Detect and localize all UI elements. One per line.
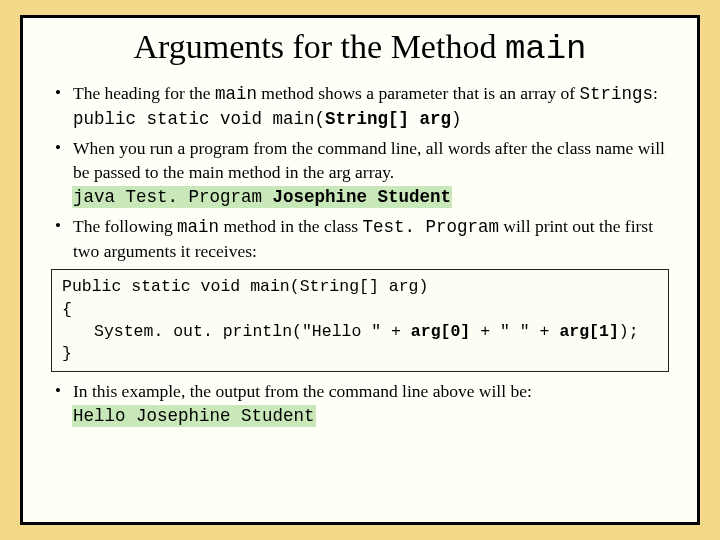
b2-text: When you run a program from the command … <box>73 138 665 182</box>
code-line-4: } <box>62 344 72 363</box>
bullet-list: The heading for the main method shows a … <box>51 82 669 263</box>
code-line-2: { <box>62 300 72 319</box>
code-line-3-post: ); <box>619 322 639 341</box>
b2-cmd-pre: java Test. Program <box>73 187 273 207</box>
b1-sig-bold: String[] arg <box>325 109 451 129</box>
b3-text-b: method in the class <box>219 216 362 236</box>
b4-output: Hello Josephine Student <box>73 406 315 426</box>
bullet-4: In this example, the output from the com… <box>51 380 669 428</box>
b1-text-a: The heading for the <box>73 83 215 103</box>
code-block: Public static void main(String[] arg) { … <box>51 269 669 372</box>
bullet-2: When you run a program from the command … <box>51 137 669 209</box>
b1-text-c: : <box>653 83 658 103</box>
bullet-list-2: In this example, the output from the com… <box>51 380 669 428</box>
b1-sig-post: ) <box>451 109 462 129</box>
b4-text: In this example, the output from the com… <box>73 381 532 401</box>
title-text: Arguments for the Method <box>133 28 504 65</box>
b2-cmd-args: Josephine Student <box>273 187 452 207</box>
code-arg0: arg[0] <box>411 322 470 341</box>
b1-code-strings: Strings <box>580 84 654 104</box>
b3-code-class: Test. Program <box>362 217 499 237</box>
b1-sig: public static void main(String[] arg) <box>73 109 462 129</box>
b2-cmd: java Test. Program Josephine Student <box>73 187 451 207</box>
b1-sig-pre: public static void main( <box>73 109 325 129</box>
b3-text-a: The following <box>73 216 177 236</box>
code-arg1: arg[1] <box>559 322 618 341</box>
code-line-1: Public static void main(String[] arg) <box>62 277 428 296</box>
slide-title: Arguments for the Method main <box>51 28 669 68</box>
b1-code-main: main <box>215 84 257 104</box>
b3-code-main: main <box>177 217 219 237</box>
bullet-1: The heading for the main method shows a … <box>51 82 669 131</box>
b1-text-b: method shows a parameter that is an arra… <box>257 83 580 103</box>
code-line-3-pre: System. out. println("Hello " + <box>94 322 411 341</box>
slide-frame: Arguments for the Method main The headin… <box>20 15 700 525</box>
title-code: main <box>505 30 587 68</box>
code-line-3-mid: + " " + <box>470 322 559 341</box>
bullet-3: The following main method in the class T… <box>51 215 669 263</box>
